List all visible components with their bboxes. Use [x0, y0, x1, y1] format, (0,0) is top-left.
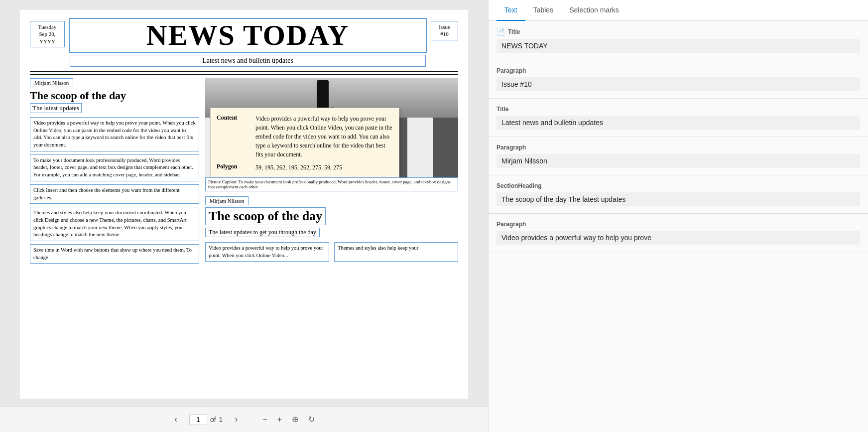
result-value-0: NEWS TODAY	[496, 39, 860, 53]
right-panel: Text Tables Selection marks 📄 Title NEWS…	[488, 0, 868, 432]
tab-tables[interactable]: Tables	[525, 0, 561, 21]
result-type-5: Paragraph	[496, 221, 526, 228]
tooltip-polygon-value: 59, 195, 262, 195, 262, 275, 59, 275	[255, 163, 342, 172]
prev-page-button[interactable]: ‹	[170, 412, 181, 427]
tab-selection-marks[interactable]: Selection marks	[561, 0, 627, 21]
bottom-col-left: Video provides a powerful way to help yo…	[205, 242, 329, 262]
result-value-4: The scoop of the day The latest updates	[496, 192, 860, 206]
right-tabs: Text Tables Selection marks	[489, 0, 868, 21]
section-heading-1: The scoop of the day	[30, 89, 199, 102]
tab-text[interactable]: Text	[496, 0, 525, 21]
toolbar-icons: − + ⊕ ↻	[259, 413, 318, 426]
zoom-out-button[interactable]: −	[259, 413, 270, 426]
result-label-3: Paragraph	[496, 144, 860, 151]
section-heading-2: The scoop of the day	[205, 207, 326, 225]
newspaper-header: Tuesday Sep 20, YYYY NEWS TODAY Issue #1…	[30, 18, 458, 53]
tooltip-content-value: Video provides a powerful way to help yo…	[255, 114, 393, 159]
right-column: Content Video provides a powerful way to…	[205, 78, 458, 267]
result-label-5: Paragraph	[496, 221, 860, 228]
zoom-in-button[interactable]: +	[274, 413, 285, 426]
result-type-0: Title	[508, 28, 520, 35]
doc-toolbar: ‹ of 1 › − + ⊕ ↻	[0, 406, 488, 432]
next-page-button[interactable]: ›	[231, 412, 242, 427]
text-block-4: Themes and styles also help keep your do…	[30, 207, 199, 241]
result-type-2: Title	[496, 106, 508, 113]
tooltip-content-row: Content Video provides a powerful way to…	[217, 114, 393, 159]
document-viewer: Tuesday Sep 20, YYYY NEWS TODAY Issue #1…	[0, 0, 488, 432]
newspaper-body: Mirjam Nilsson The scoop of the day The …	[30, 78, 458, 267]
result-type-3: Paragraph	[496, 144, 526, 151]
tooltip-polygon-row: Polygon 59, 195, 262, 195, 262, 275, 59,…	[217, 163, 393, 172]
result-section-1: Paragraph Issue #10	[489, 60, 868, 99]
tooltip-polygon-label: Polygon	[217, 163, 251, 172]
text-block-2: To make your document look professionall…	[30, 154, 199, 181]
newspaper-title: NEWS TODAY	[70, 21, 426, 50]
result-section-0: 📄 Title NEWS TODAY	[489, 21, 868, 60]
subtitle-bar: Latest news and bulletin updates	[70, 55, 426, 67]
text-block-1: Video provides a powerful way to help yo…	[30, 117, 199, 151]
newspaper-document: Tuesday Sep 20, YYYY NEWS TODAY Issue #1…	[20, 10, 468, 399]
newspaper-image: Content Video provides a powerful way to…	[205, 78, 458, 177]
total-pages: 1	[219, 416, 223, 424]
right-panel-content: 📄 Title NEWS TODAY Paragraph Issue #10 T…	[489, 21, 868, 432]
divider-thick	[30, 71, 458, 72]
page-indicator: of 1	[189, 414, 223, 425]
of-label: of	[210, 416, 216, 424]
text-block-5: Save time in Word with new buttons that …	[30, 244, 199, 264]
left-column: Mirjam Nilsson The scoop of the day The …	[30, 78, 199, 267]
result-value-1: Issue #10	[496, 77, 860, 91]
page-number-input[interactable]	[189, 414, 207, 425]
result-label-4: SectionHeading	[496, 182, 860, 189]
result-type-4: SectionHeading	[496, 182, 542, 189]
tooltip-popup: Content Video provides a powerful way to…	[210, 108, 399, 177]
date-box: Tuesday Sep 20, YYYY	[30, 21, 65, 47]
result-section-3: Paragraph Mirjam Nilsson	[489, 137, 868, 175]
result-type-1: Paragraph	[496, 67, 526, 74]
doc-page: Tuesday Sep 20, YYYY NEWS TODAY Issue #1…	[0, 0, 488, 406]
divider-thin	[30, 74, 458, 75]
rotate-button[interactable]: ↻	[305, 413, 318, 426]
fit-page-button[interactable]: ⊕	[289, 413, 301, 426]
author-box-2: Mirjam Nilsson	[205, 196, 248, 205]
author-box-1: Mirjam Nilsson	[30, 78, 73, 87]
result-section-4: SectionHeading The scoop of the day The …	[489, 175, 868, 214]
caption-box: Picture Caption: To make your document l…	[205, 177, 458, 191]
title-box: NEWS TODAY	[69, 18, 427, 53]
issue-box: Issue #10	[431, 21, 458, 40]
bottom-columns: Video provides a powerful way to help yo…	[205, 242, 458, 265]
section-sub-1: The latest updates	[30, 103, 82, 113]
result-value-5: Video provides a powerful way to help yo…	[496, 231, 860, 245]
text-block-3: Click Insert and then choose the element…	[30, 184, 199, 204]
bottom-col-right: Themes and styles also help keep your	[334, 242, 458, 262]
section-sub-2: The latest updates to get you through th…	[205, 228, 320, 237]
result-label-0: 📄 Title	[496, 28, 860, 36]
tooltip-content-label: Content	[217, 114, 251, 159]
title-icon-0: 📄	[496, 28, 505, 36]
result-section-2: Title Latest news and bulletin updates	[489, 99, 868, 137]
result-label-1: Paragraph	[496, 67, 860, 74]
result-section-5: Paragraph Video provides a powerful way …	[489, 214, 868, 252]
result-label-2: Title	[496, 106, 860, 113]
result-value-2: Latest news and bulletin updates	[496, 116, 860, 130]
result-value-3: Mirjam Nilsson	[496, 154, 860, 168]
